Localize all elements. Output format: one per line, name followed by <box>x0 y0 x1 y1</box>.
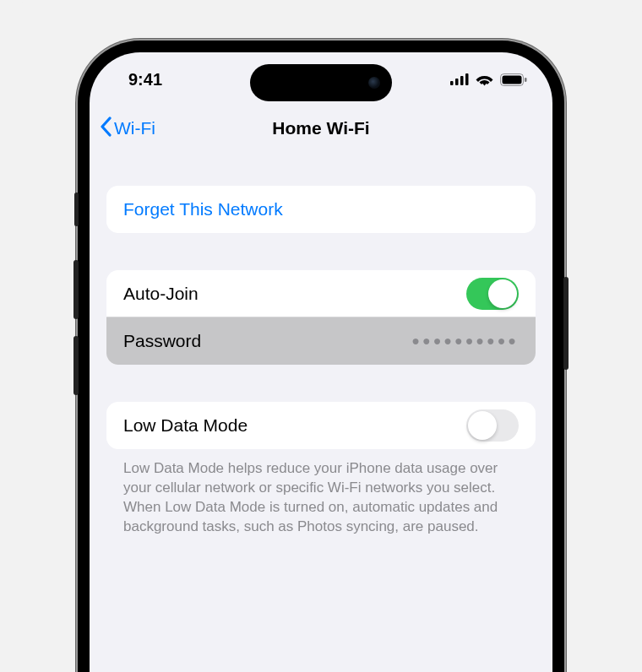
svg-rect-3 <box>465 73 469 85</box>
svg-rect-5 <box>503 75 522 84</box>
password-row[interactable]: Password ●●●●●●●●●● <box>106 317 536 365</box>
back-label: Wi-Fi <box>114 118 155 138</box>
nav-bar: Wi-Fi Home Wi-Fi <box>90 106 552 150</box>
screen: 9:41 <box>90 52 552 672</box>
svg-rect-0 <box>450 81 454 85</box>
iphone-device-frame: 9:41 <box>78 41 564 672</box>
front-camera <box>368 77 380 89</box>
forget-section: Forget This Network <box>106 186 536 233</box>
auto-join-row: Auto-Join <box>106 270 536 317</box>
side-button <box>73 260 79 319</box>
side-button <box>74 192 79 226</box>
network-section: Auto-Join Password ●●●●●●●●●● <box>106 270 536 365</box>
low-data-toggle[interactable] <box>466 409 519 442</box>
forget-network-button[interactable]: Forget This Network <box>106 186 536 233</box>
side-button <box>73 336 79 395</box>
low-data-mode-row: Low Data Mode <box>106 402 536 449</box>
chevron-left-icon <box>100 117 112 141</box>
status-time: 9:41 <box>128 70 162 89</box>
toggle-knob <box>468 411 497 440</box>
cellular-signal-icon <box>450 73 469 85</box>
auto-join-label: Auto-Join <box>123 284 199 304</box>
svg-rect-1 <box>455 79 459 85</box>
password-masked-value: ●●●●●●●●●● <box>411 333 519 349</box>
svg-rect-6 <box>525 78 527 82</box>
page-title: Home Wi-Fi <box>272 118 369 138</box>
wifi-icon <box>476 73 493 86</box>
back-button[interactable]: Wi-Fi <box>100 117 155 141</box>
toggle-knob <box>488 279 517 308</box>
low-data-footer-text: Low Data Mode helps reduce your iPhone d… <box>106 459 536 537</box>
side-button <box>563 277 569 370</box>
content-area: Forget This Network Auto-Join Password ●… <box>90 186 552 537</box>
low-data-label: Low Data Mode <box>123 415 248 436</box>
password-label: Password <box>123 331 201 351</box>
auto-join-toggle[interactable] <box>466 278 519 310</box>
low-data-section: Low Data Mode <box>106 402 536 449</box>
dynamic-island <box>250 64 392 101</box>
forget-label: Forget This Network <box>123 199 283 219</box>
svg-rect-2 <box>460 76 464 85</box>
status-right <box>450 73 527 86</box>
battery-icon <box>500 73 527 86</box>
